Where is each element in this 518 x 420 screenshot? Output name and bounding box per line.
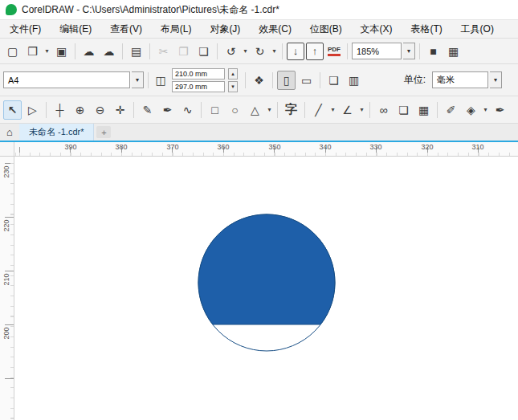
- menu-item-effects[interactable]: 效果(C): [254, 21, 296, 38]
- units-label: 单位:: [404, 73, 426, 87]
- crop-tool-icon[interactable]: ┼: [51, 100, 69, 120]
- h-ruler-label: 350: [267, 143, 283, 151]
- show-rulers-icon[interactable]: ▦: [444, 42, 463, 61]
- polygon-flyout-caret-icon[interactable]: ▾: [266, 100, 273, 120]
- pick-tool-icon[interactable]: ↖: [3, 100, 22, 120]
- separator: [201, 102, 202, 118]
- redo-flyout-caret-icon[interactable]: ▾: [271, 42, 278, 61]
- rectangle-tool-icon[interactable]: □: [206, 100, 224, 120]
- paste-icon[interactable]: ❏: [194, 42, 213, 61]
- copy-icon[interactable]: ❐: [174, 42, 193, 61]
- export-button[interactable]: ↑: [306, 43, 324, 60]
- h-ruler-label: 390: [63, 143, 79, 151]
- page-width-field[interactable]: 210.0 mm: [172, 68, 225, 80]
- title-bar[interactable]: CorelDRAW - C:\Users\Administrator\Pictu…: [0, 0, 518, 19]
- cut-icon[interactable]: ✂: [154, 42, 173, 61]
- units-value: 毫米: [437, 74, 455, 86]
- import-button[interactable]: ↓: [287, 43, 304, 60]
- separator: [320, 72, 320, 88]
- line-flyout-caret-icon[interactable]: ▾: [329, 100, 336, 120]
- window-title: CorelDRAW - C:\Users\Administrator\Pictu…: [22, 3, 279, 17]
- separator: [272, 72, 273, 88]
- all-pages-button[interactable]: ▥: [345, 71, 363, 90]
- units-caret-icon[interactable]: ▾: [490, 71, 502, 88]
- undo-icon[interactable]: ↺: [222, 42, 240, 61]
- zoom-tool-icon[interactable]: ⊕: [71, 100, 89, 120]
- menu-item-table[interactable]: 表格(T): [406, 21, 447, 38]
- landscape-button[interactable]: ▭: [297, 71, 316, 90]
- bezier-tool-icon[interactable]: ✒: [158, 100, 177, 120]
- portrait-button[interactable]: ▯: [277, 71, 296, 90]
- menu-item-object[interactable]: 对象(J): [205, 21, 245, 38]
- horizontal-ruler[interactable]: 390 380 370 360 350 340 330 320 310: [14, 142, 518, 157]
- open-icon[interactable]: ❒: [23, 42, 42, 61]
- property-bar: A4 ▾ ◫ 210.0 mm 297.0 mm ▴ ▾ ❖ ▯ ▭ ❏ ▥ 单…: [0, 63, 518, 96]
- undo-flyout-caret-icon[interactable]: ▾: [242, 42, 249, 61]
- blue-circle-shape[interactable]: [198, 214, 335, 324]
- page-size-value: A4: [8, 75, 18, 85]
- publish-pdf-button[interactable]: PDF: [325, 43, 343, 60]
- dimension-tool-icon[interactable]: ∠: [338, 100, 357, 120]
- save-icon[interactable]: ▣: [52, 42, 71, 61]
- eyedropper-tool-icon[interactable]: ✐: [442, 100, 460, 120]
- vertical-ruler[interactable]: 230 220 210 200: [0, 157, 14, 420]
- fullscreen-preview-icon[interactable]: ■: [424, 42, 443, 61]
- zoom-level-select[interactable]: 185%: [352, 43, 402, 59]
- drawing-workspace: 390 380 370 360 350 340 330 320 310 230 …: [0, 142, 518, 420]
- nudge-offset-icon[interactable]: ❖: [250, 71, 268, 90]
- spin-down-icon[interactable]: ▾: [228, 81, 238, 92]
- drawing-canvas[interactable]: [14, 157, 518, 420]
- document-tab-active[interactable]: 未命名 -1.cdr*: [19, 124, 94, 141]
- new-tab-button[interactable]: +: [96, 126, 111, 138]
- pan-tool-icon[interactable]: ✛: [111, 100, 129, 120]
- fill-flyout-caret-icon[interactable]: ▾: [482, 100, 489, 120]
- menu-item-text[interactable]: 文本(X): [356, 21, 398, 38]
- v-ruler-label: 200: [0, 326, 14, 340]
- mesh-fill-tool-icon[interactable]: ▦: [414, 100, 433, 120]
- page-size-select[interactable]: A4: [3, 71, 130, 88]
- print-icon[interactable]: ▤: [127, 42, 145, 61]
- separator: [304, 102, 305, 118]
- menu-item-view[interactable]: 查看(V): [105, 21, 147, 38]
- open-flyout-caret-icon[interactable]: ▾: [43, 42, 51, 61]
- spin-up-icon[interactable]: ▴: [228, 68, 238, 80]
- transparency-tool-icon[interactable]: ∞: [374, 100, 393, 120]
- dimension-flyout-caret-icon[interactable]: ▾: [358, 100, 365, 120]
- document-tab-bar: ⌂ 未命名 -1.cdr* +: [0, 123, 518, 141]
- h-ruler-label: 330: [368, 143, 384, 151]
- menu-item-layout[interactable]: 布局(L): [156, 21, 197, 38]
- page-dimensions-spinner: ▴ ▾: [228, 68, 238, 92]
- menu-item-file[interactable]: 文件(F): [5, 21, 46, 38]
- new-document-icon[interactable]: ▢: [3, 42, 22, 61]
- freehand-tool-icon[interactable]: ✎: [138, 100, 157, 120]
- separator: [245, 72, 246, 88]
- toolbox: ↖ ▷ ┼ ⊕ ⊖ ✛ ✎ ✒ ∿ □ ○ △ ▾ 字 ╱ ▾ ∠ ▾ ∞ ❏ …: [0, 96, 518, 123]
- zoom-out-tool-icon[interactable]: ⊖: [91, 100, 109, 120]
- cloud-save-icon[interactable]: ☁: [100, 42, 118, 61]
- page-size-caret-icon[interactable]: ▾: [132, 71, 144, 88]
- menu-item-bitmaps[interactable]: 位图(B): [305, 21, 347, 38]
- text-tool-icon[interactable]: 字: [282, 100, 300, 120]
- line-tool-icon[interactable]: ╱: [309, 100, 328, 120]
- h-ruler-label: 360: [215, 143, 231, 151]
- ruler-origin-corner[interactable]: [0, 142, 14, 157]
- h-ruler-label: 310: [470, 143, 486, 151]
- interactive-fill-tool-icon[interactable]: ◈: [462, 100, 480, 120]
- units-select[interactable]: 毫米: [432, 71, 488, 88]
- document-tab-label: 未命名 -1.cdr*: [29, 126, 84, 138]
- shape-tool-icon[interactable]: ▷: [23, 100, 42, 120]
- page-height-field[interactable]: 297.0 mm: [172, 81, 225, 92]
- home-icon[interactable]: ⌂: [0, 124, 19, 141]
- cloud-open-icon[interactable]: ☁: [80, 42, 98, 61]
- artistic-media-tool-icon[interactable]: ∿: [178, 100, 197, 120]
- ellipse-tool-icon[interactable]: ○: [226, 100, 244, 120]
- outline-pen-tool-icon[interactable]: ✒: [491, 100, 509, 120]
- shadow-tool-icon[interactable]: ❏: [394, 100, 413, 120]
- redo-icon[interactable]: ↻: [251, 42, 269, 61]
- menu-item-tools[interactable]: 工具(O): [456, 21, 499, 38]
- menu-item-edit[interactable]: 编辑(E): [55, 21, 96, 38]
- polygon-tool-icon[interactable]: △: [246, 100, 264, 120]
- current-page-button[interactable]: ❏: [324, 71, 343, 90]
- zoom-level-caret-icon[interactable]: ▾: [403, 43, 415, 59]
- separator: [46, 102, 47, 118]
